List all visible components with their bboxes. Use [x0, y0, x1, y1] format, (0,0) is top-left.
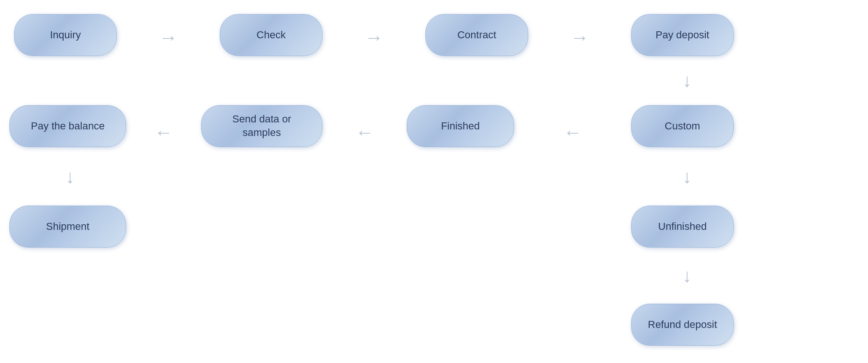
node-pay-balance: Pay the balance [9, 105, 126, 147]
node-check: Check [220, 14, 323, 56]
node-send-data: Send data or samples [201, 105, 323, 147]
arrow-unfinished-refund [673, 249, 701, 303]
node-finished: Finished [407, 105, 514, 147]
arrow-senddata-paybalance [129, 121, 199, 144]
arrow-custom-finished [516, 121, 629, 144]
node-unfinished: Unfinished [631, 206, 734, 248]
arrow-custom-unfinished [673, 149, 701, 205]
node-contract: Contract [425, 14, 528, 56]
node-pay-deposit: Pay deposit [631, 14, 734, 56]
arrow-check-contract [325, 26, 423, 49]
arrow-paydeposit-custom [673, 57, 701, 104]
node-refund-deposit: Refund deposit [631, 304, 734, 346]
node-shipment: Shipment [9, 206, 126, 248]
node-custom: Custom [631, 105, 734, 147]
arrow-inquiry-check [119, 26, 217, 49]
node-inquiry: Inquiry [14, 14, 117, 56]
arrow-finished-senddata [325, 121, 404, 144]
arrow-contract-paydeposit [531, 26, 629, 49]
arrow-paybalance-shipment [56, 149, 84, 205]
flow-diagram: Inquiry Check Contract Pay deposit Pay t… [0, 0, 868, 363]
